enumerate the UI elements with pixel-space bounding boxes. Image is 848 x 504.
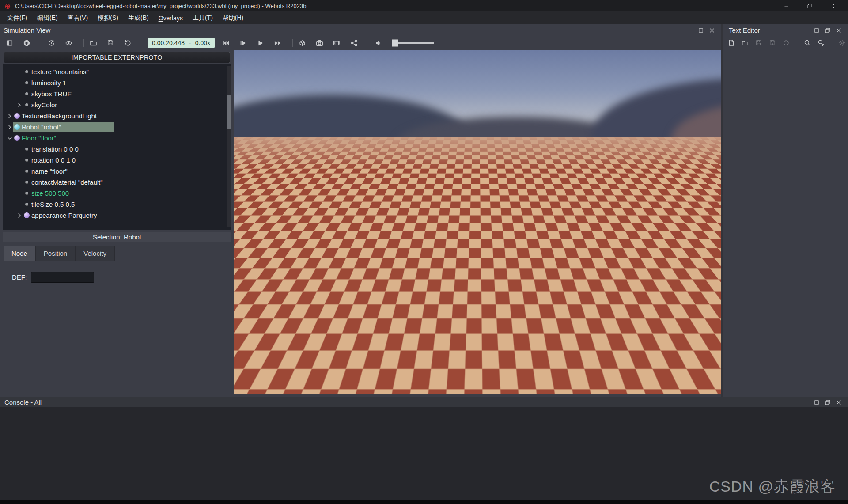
scene-tree-scrollbar-thumb[interactable]	[227, 95, 231, 129]
close-panel-button[interactable]	[835, 398, 843, 406]
field-bullet-icon	[23, 148, 31, 151]
menu-item[interactable]: 帮助(H)	[218, 12, 248, 24]
float-window-panel-button[interactable]	[813, 27, 821, 34]
menu-item[interactable]: 生成(B)	[123, 12, 154, 24]
save-world-icon[interactable]	[105, 38, 116, 48]
tree-row-label: size 500 500	[31, 189, 69, 197]
simulation-time: 0:00:20:448	[152, 39, 185, 46]
chevron-collapsed-icon[interactable]	[16, 99, 23, 110]
step-icon[interactable]	[237, 38, 249, 48]
tab-position[interactable]: Position	[36, 246, 76, 261]
tree-row[interactable]: appearance Parquetry	[3, 210, 231, 221]
text-editor-toolbar	[723, 36, 848, 49]
simulation-toolbar: 0:00:20:448 - 0.00x	[0, 36, 721, 49]
settings-gear-icon[interactable]	[837, 38, 848, 48]
tree-row[interactable]: Robot "robot"	[3, 121, 231, 133]
dock-window-panel-button[interactable]	[824, 398, 832, 406]
float-window-panel-button[interactable]	[813, 398, 821, 406]
chevron-collapsed-icon[interactable]	[6, 110, 13, 121]
float-window-panel-button[interactable]	[697, 27, 705, 34]
screenshot-icon[interactable]	[314, 38, 325, 48]
speaker-icon[interactable]	[373, 38, 384, 48]
field-editor-tabs: NodePositionVelocity	[4, 246, 115, 261]
find-replace-icon[interactable]	[815, 38, 827, 48]
chevron-expanded-icon[interactable]	[6, 133, 13, 144]
toolbar-separator	[143, 39, 143, 47]
toolbar-separator	[83, 39, 84, 47]
add-node-icon[interactable]	[21, 38, 32, 48]
tree-row[interactable]: TexturedBackgroundLight	[3, 110, 231, 121]
simulation-view-title: Simulation View	[4, 27, 50, 34]
chevron-spacer	[16, 155, 23, 166]
tree-row[interactable]: luminosity 1	[3, 77, 231, 88]
console-output[interactable]: CSDN @赤霞浪客	[0, 407, 848, 500]
menu-item[interactable]: 模拟(S)	[93, 12, 123, 24]
menu-item[interactable]: 工具(T)	[188, 12, 218, 24]
field-bullet-icon	[23, 70, 31, 73]
toolbar-separator	[798, 39, 798, 47]
tree-row[interactable]: texture "mountains"	[3, 66, 231, 77]
text-editor-title: Text Editor	[729, 27, 760, 34]
tree-row-label: tileSize 0.5 0.5	[31, 201, 75, 208]
toolbar-separator	[833, 39, 833, 47]
reload-world-icon[interactable]	[45, 38, 57, 48]
dock-window-panel-button[interactable]	[824, 27, 832, 34]
tree-row[interactable]: name "floor"	[3, 166, 231, 177]
record-movie-icon[interactable]	[331, 38, 342, 48]
fast-forward-icon[interactable]	[272, 38, 283, 48]
console-header: Console - All	[0, 397, 848, 407]
minimize-button[interactable]	[775, 0, 798, 11]
save-as-icon[interactable]	[767, 38, 778, 48]
reset-simulation-icon[interactable]	[122, 38, 133, 48]
tree-row-label: translation 0 0 0	[31, 145, 79, 153]
tree-row-label: Robot "robot"	[21, 123, 61, 131]
chevron-collapsed-icon[interactable]	[6, 121, 13, 133]
scene-tree: texture "mountains"luminosity 1skybox TR…	[3, 64, 231, 230]
tree-row[interactable]: Floor "floor"	[3, 133, 231, 144]
open-file-icon[interactable]	[739, 38, 751, 48]
tree-row-label: appearance Parquetry	[31, 212, 97, 219]
viewpoint-icon[interactable]	[63, 38, 74, 48]
close-panel-button[interactable]	[835, 27, 843, 34]
console-header-controls	[813, 397, 843, 408]
horizon-haze	[234, 137, 721, 169]
volume-slider-handle[interactable]	[392, 39, 398, 47]
simulation-view-header-controls	[697, 24, 716, 36]
tab-velocity[interactable]: Velocity	[76, 246, 115, 261]
tree-row-label: Floor "floor"	[21, 134, 56, 142]
menu-item[interactable]: Overlays	[154, 13, 188, 23]
menu-item[interactable]: 查看(V)	[63, 12, 93, 24]
def-input[interactable]	[31, 272, 94, 283]
title-bar: C:\Users\CIO-F\Desktop\foc-wheel-legged-…	[0, 0, 848, 11]
scene-tree-toggle-icon[interactable]	[4, 38, 15, 48]
restore-button[interactable]	[798, 0, 821, 11]
tree-row[interactable]: rotation 0 0 1 0	[3, 155, 231, 166]
menu-item[interactable]: 文件(F)	[2, 12, 32, 24]
3d-viewport[interactable]	[234, 50, 721, 394]
perspective-cube-icon[interactable]	[296, 38, 308, 48]
open-world-icon[interactable]	[87, 38, 99, 48]
share-icon[interactable]	[348, 38, 360, 48]
menu-item[interactable]: 编辑(E)	[32, 12, 63, 24]
tree-row[interactable]: skybox TRUE	[3, 88, 231, 99]
new-file-icon[interactable]	[726, 38, 737, 48]
chevron-collapsed-icon[interactable]	[16, 210, 23, 221]
tree-row[interactable]: translation 0 0 0	[3, 144, 231, 155]
scene-tree-scrollbar[interactable]	[227, 66, 231, 227]
node-icon	[13, 113, 21, 119]
close-panel-button[interactable]	[708, 27, 716, 34]
close-window-button[interactable]	[821, 0, 844, 11]
save-file-icon[interactable]	[753, 38, 765, 48]
revert-file-icon[interactable]	[780, 38, 792, 48]
tab-node[interactable]: Node	[4, 246, 36, 261]
tree-row[interactable]: tileSize 0.5 0.5	[3, 199, 231, 210]
play-icon[interactable]	[254, 38, 266, 48]
tree-row[interactable]: size 500 500	[3, 188, 231, 199]
tree-row[interactable]: skyColor	[3, 99, 231, 110]
importable-externproto-button[interactable]: IMPORTABLE EXTERNPROTO	[4, 52, 230, 63]
volume-slider[interactable]	[392, 42, 434, 44]
chevron-spacer	[16, 199, 23, 210]
find-icon[interactable]	[802, 38, 813, 48]
tree-row[interactable]: contactMaterial "default"	[3, 177, 231, 188]
rewind-icon[interactable]	[220, 38, 231, 48]
